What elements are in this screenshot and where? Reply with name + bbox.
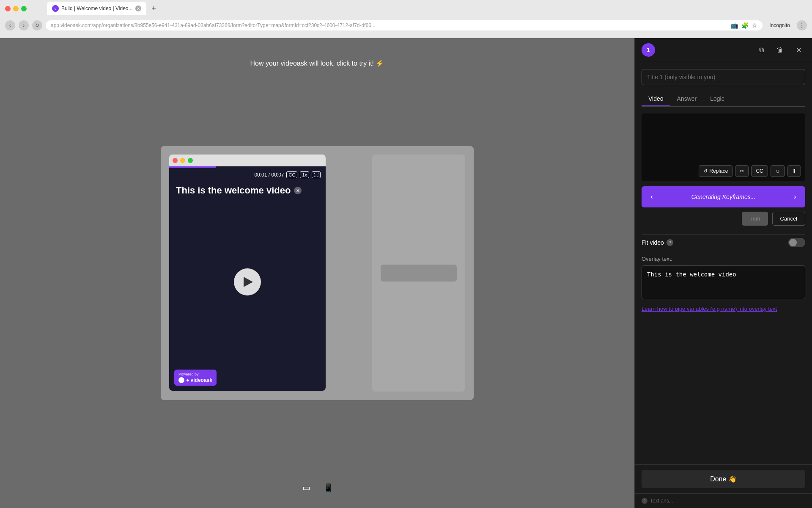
tab-video[interactable]: Video [642,92,670,106]
video-powered: Powered by: ● videoask [169,364,326,391]
right-sidebar: 1 ⧉ 🗑 ✕ Video Answer Logic ↺ Replace [634,38,812,508]
browser-address-bar: ‹ › ↻ app.videoask.com/app/organizations… [0,17,812,34]
cc-icon: CC [756,168,763,174]
sidebar-header: 1 ⧉ 🗑 ✕ [635,38,812,62]
cc-button[interactable]: CC [751,165,768,177]
tab-favicon: V [52,5,59,12]
powered-by-label: Powered by: [178,372,212,376]
fit-video-help-icon[interactable]: ? [667,239,673,246]
copy-button[interactable]: ⧉ [754,43,768,57]
done-button-row: Done 👋 [635,464,812,493]
tab-logic[interactable]: Logic [703,92,731,106]
pipe-variables-link[interactable]: Learn how to pipe variables (e.g name) i… [642,305,805,313]
toggle-knob [789,239,797,246]
step-title-input[interactable] [642,69,805,85]
step-badge: 1 [642,43,655,57]
video-topbar-green [188,158,193,163]
play-button[interactable] [234,268,261,295]
text-strip: ? Text ans... [635,493,812,508]
upload-icon: ⬆ [792,168,796,174]
video-overlay-text: This is the welcome video ✕ [169,182,326,199]
trim-cancel-row: Trim Cancel [642,212,805,226]
answer-panel [372,155,465,392]
mobile-view-button[interactable]: 📱 [321,480,336,495]
video-time: 00:01 / 00:07 [254,172,284,178]
delete-button[interactable]: 🗑 [773,43,787,57]
maximize-window-button[interactable] [21,6,27,11]
play-triangle-icon [244,277,253,287]
url-bar[interactable]: app.videoask.com/app/organizations/8b955… [46,20,763,30]
overlay-text-display: This is the welcome video [176,185,291,196]
fullscreen-badge[interactable]: ⛶ [312,171,321,178]
fit-video-toggle[interactable] [788,238,805,247]
tabs-row: Video Answer Logic [642,92,805,107]
smiley-icon: ☺ [775,168,780,174]
keyframe-status: Generating Keyframes... [691,193,756,200]
video-topbar [169,155,326,166]
overlay-text-label: Overlay text: [642,256,805,262]
trim-button[interactable]: Trim [742,212,768,226]
overlay-close-button[interactable]: ✕ [294,187,302,194]
main-layout: How your videoask will look, click to tr… [0,38,812,508]
tab-close-button[interactable]: ✕ [135,6,141,11]
text-strip-help-icon[interactable]: ? [642,498,647,504]
content-area: How your videoask will look, click to tr… [0,38,634,508]
new-tab-button[interactable]: + [148,3,160,14]
video-topbar-red [173,158,178,163]
video-controls-top: 00:01 / 00:07 CC 1x ⛶ [169,168,326,182]
overlay-text-input[interactable]: This is the welcome video [642,265,805,299]
refresh-button[interactable]: ↻ [32,20,42,30]
replace-label: Replace [709,168,728,174]
fit-video-row: Fit video ? [642,234,805,247]
powered-by-badge: Powered by: ● videoask [174,370,217,386]
desktop-view-button[interactable]: ▭ [299,480,314,495]
traffic-lights [5,6,27,11]
keyframe-next-button[interactable]: › [790,192,800,202]
fit-video-label: Fit video ? [642,239,673,246]
smiley-button[interactable]: ☺ [771,165,785,177]
video-topbar-yellow [180,158,185,163]
videoask-logo: ● videoask [178,377,212,383]
close-window-button[interactable] [5,6,11,11]
cast-icon[interactable]: 📺 [731,22,738,29]
tab-answer[interactable]: Answer [670,92,704,106]
text-strip-label: Text ans... [650,498,673,504]
cancel-button[interactable]: Cancel [772,212,805,226]
video-center [169,199,326,364]
scissors-button[interactable]: ✂ [735,165,749,177]
cc-badge[interactable]: CC [286,171,297,178]
video-player: 00:01 / 00:07 CC 1x ⛶ This is the welcom… [169,166,326,391]
replace-button[interactable]: ↺ Replace [699,165,732,177]
speed-badge[interactable]: 1x [300,171,309,178]
browser-titlebar: V Build | Welcome video | Video... ✕ + [0,0,812,17]
tab-bar: V Build | Welcome video | Video... ✕ + [42,2,165,15]
answer-placeholder [381,265,457,282]
preview-hint: How your videoask will look, click to tr… [250,59,384,67]
preview-container: 00:01 / 00:07 CC 1x ⛶ This is the welcom… [161,146,474,400]
minimize-window-button[interactable] [13,6,19,11]
browser-chrome: V Build | Welcome video | Video... ✕ + ‹… [0,0,812,38]
keyframe-bar: ‹ Generating Keyframes... › [642,186,805,207]
keyframe-prev-button[interactable]: ‹ [647,192,657,202]
close-sidebar-button[interactable]: ✕ [792,43,805,57]
upload-button[interactable]: ⬆ [787,165,801,177]
sidebar-content: Video Answer Logic ↺ Replace ✂ CC [635,62,812,464]
replace-icon: ↺ [703,168,708,174]
bookmark-icon[interactable]: ☆ [752,22,757,29]
scissors-icon: ✂ [740,168,744,174]
video-player-wrapper: 00:01 / 00:07 CC 1x ⛶ This is the welcom… [169,155,326,392]
incognito-label: Incognito [769,22,790,28]
device-toggle: ▭ 📱 [299,480,336,495]
browser-tab-active[interactable]: V Build | Welcome video | Video... ✕ [47,2,146,15]
back-button[interactable]: ‹ [5,20,15,30]
video-thumbnail: ↺ Replace ✂ CC ☺ ⬆ [642,113,805,181]
tab-title: Build | Welcome video | Video... [61,6,133,11]
video-thumb-controls: ↺ Replace ✂ CC ☺ ⬆ [694,161,805,181]
address-bar-icons: 📺 🧩 ☆ [731,22,757,29]
url-text: app.videoask.com/app/organizations/8b955… [51,22,376,28]
extensions-icon[interactable]: 🧩 [741,22,749,29]
done-button[interactable]: Done 👋 [642,470,805,488]
menu-button[interactable]: ⋮ [797,20,807,30]
forward-button[interactable]: › [19,20,29,30]
